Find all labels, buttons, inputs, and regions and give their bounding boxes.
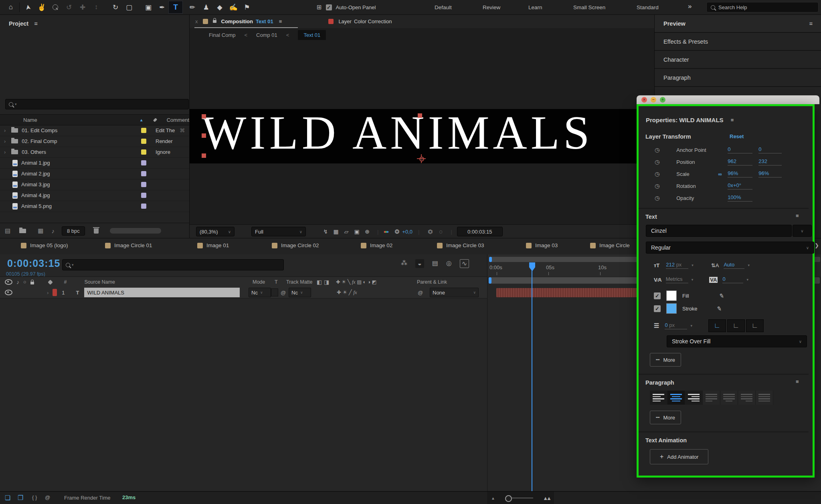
- column-source-name[interactable]: Source Name: [85, 279, 115, 285]
- zoom-in-mountains-icon[interactable]: ▲▲: [543, 495, 550, 501]
- stopwatch-icon[interactable]: ◷: [655, 147, 659, 153]
- layer-name[interactable]: WILD ANIMALS: [84, 288, 240, 297]
- layer-duration-bar[interactable]: [496, 288, 639, 297]
- lock-column-icon[interactable]: [30, 282, 34, 284]
- brainstorm-icon[interactable]: ◎: [446, 259, 452, 268]
- project-row-footage[interactable]: Animal 2.jpg: [0, 168, 189, 179]
- reset-button[interactable]: Reset: [730, 133, 744, 139]
- mask-visibility-icon[interactable]: ▱: [341, 228, 352, 235]
- justify-last-center-button[interactable]: [720, 391, 738, 405]
- line-join-round-button[interactable]: ∟: [727, 319, 745, 332]
- orbit-camera-icon[interactable]: ↺: [62, 1, 76, 13]
- parent-dropdown[interactable]: None∨: [430, 288, 479, 297]
- label-chip[interactable]: [141, 149, 146, 155]
- dolly-camera-icon[interactable]: ↕: [89, 1, 103, 13]
- pan-camera-icon[interactable]: ✚: [76, 1, 89, 13]
- project-settings-icon[interactable]: ♪: [51, 228, 55, 234]
- tab-composition-name[interactable]: Text 01: [256, 18, 273, 24]
- matte-luma-icon[interactable]: ◨: [324, 279, 329, 285]
- workspace-small-screen[interactable]: Small Screen: [564, 4, 614, 10]
- new-folder-icon[interactable]: [19, 229, 26, 233]
- workspace-default[interactable]: Default: [426, 4, 461, 10]
- type-tool-icon[interactable]: T: [169, 1, 182, 13]
- anchor-x-value[interactable]: 0: [728, 146, 752, 153]
- scale-x-value[interactable]: 96%: [728, 170, 752, 177]
- show-snapshot-icon[interactable]: ◌: [435, 228, 446, 235]
- tab-image-circle-02[interactable]: Image Circle 02: [272, 242, 319, 248]
- project-row-footage[interactable]: Animal 4.jpg: [0, 190, 189, 201]
- graph-editor-icon[interactable]: ∿: [460, 259, 469, 268]
- label-chip[interactable]: [141, 193, 146, 198]
- workspace-standard[interactable]: Standard: [628, 4, 667, 10]
- column-t[interactable]: T: [275, 279, 278, 285]
- search-help-box[interactable]: Search Help: [706, 2, 819, 12]
- kerning-value[interactable]: Metrics: [666, 276, 688, 283]
- frame-blend-icon[interactable]: ▤: [432, 259, 438, 268]
- stroke-width-value[interactable]: 0 px: [665, 322, 687, 329]
- layer-color-chip[interactable]: [53, 289, 57, 296]
- hand-tool-icon[interactable]: ✌: [35, 1, 49, 13]
- stopwatch-icon[interactable]: ◷: [655, 183, 659, 189]
- font-size-arrow-icon[interactable]: ▾: [692, 263, 694, 267]
- project-row-footage[interactable]: Animal 3.jpg: [0, 179, 189, 190]
- layer-row[interactable]: › 1 T WILD ANIMALS Nc∨ @ Nc∨ ✚ ☀ ╱ fx @ …: [0, 287, 487, 298]
- new-composition-icon[interactable]: ▦: [38, 227, 43, 234]
- bit-depth-button[interactable]: 8 bpc: [62, 226, 85, 236]
- crumb-text-01[interactable]: Text 01: [298, 30, 326, 40]
- video-column-icon[interactable]: [5, 279, 12, 285]
- scale-link-icon[interactable]: ∞: [718, 171, 728, 177]
- auto-open-checkbox[interactable]: ✓: [326, 4, 332, 10]
- panel-icon[interactable]: ⊞: [317, 4, 322, 11]
- exposure-value[interactable]: +0,0: [402, 229, 413, 235]
- line-join-miter-button[interactable]: ∟: [708, 319, 726, 332]
- eraser-tool-icon[interactable]: ◆: [213, 1, 226, 13]
- justify-last-left-button[interactable]: [703, 391, 720, 405]
- stopwatch-icon[interactable]: ◷: [655, 195, 659, 201]
- column-mode[interactable]: Mode: [253, 279, 265, 285]
- project-row-folder[interactable]: › 02. Final Comp Render: [0, 136, 189, 147]
- workspace-learn[interactable]: Learn: [520, 4, 551, 10]
- label-column-icon[interactable]: [48, 280, 53, 285]
- column-name[interactable]: Name: [23, 117, 37, 123]
- tracking-value[interactable]: 0: [722, 276, 743, 283]
- timeline-search-input[interactable]: ▾: [62, 259, 284, 270]
- crumb-comp-01[interactable]: Comp 01: [256, 32, 277, 38]
- minimize-window-icon[interactable]: −: [651, 97, 656, 103]
- scale-y-value[interactable]: 96%: [758, 170, 782, 177]
- zoom-window-icon[interactable]: +: [660, 97, 665, 103]
- align-right-button[interactable]: [685, 391, 703, 405]
- shy-layers-icon[interactable]: ❐: [18, 494, 23, 502]
- label-chip[interactable]: [141, 182, 146, 187]
- column-track-matte[interactable]: Track Matte: [286, 279, 313, 285]
- label-chip[interactable]: [141, 171, 146, 176]
- anchor-y-value[interactable]: 0: [758, 146, 782, 153]
- pen-tool-icon[interactable]: ✒: [155, 1, 169, 13]
- pan-behind-tool-icon[interactable]: ▢: [122, 1, 136, 13]
- snapshot-camera-icon[interactable]: ⏣: [425, 228, 435, 235]
- timeline-timecode[interactable]: 0:00:03:15: [7, 258, 60, 269]
- region-of-interest-icon[interactable]: ▣: [352, 228, 362, 235]
- exposure-icon[interactable]: ❂: [392, 228, 402, 235]
- transparency-grid-icon[interactable]: ▦: [331, 228, 341, 235]
- align-center-button[interactable]: [667, 391, 685, 405]
- work-area-start-handle[interactable]: [489, 257, 492, 262]
- selection-handle[interactable]: [418, 113, 422, 118]
- tab-image-05[interactable]: Image 05 (logo): [21, 242, 68, 248]
- expressions-icon[interactable]: { }: [32, 494, 37, 500]
- panel-character[interactable]: Character: [655, 51, 821, 69]
- audio-column-icon[interactable]: ♪: [16, 279, 19, 285]
- opacity-value[interactable]: 100%: [728, 194, 752, 202]
- project-row-folder[interactable]: › 03. Others Ignore: [0, 147, 189, 158]
- channels-icon[interactable]: ●●●: [383, 229, 388, 234]
- layer-expander-icon[interactable]: ›: [47, 290, 49, 296]
- tab-image-01[interactable]: Image 01: [197, 242, 229, 248]
- label-column-icon[interactable]: [153, 118, 157, 122]
- roto-brush-tool-icon[interactable]: ✍: [226, 1, 240, 13]
- project-menu-icon[interactable]: ≡: [34, 20, 37, 27]
- fill-swatch[interactable]: [666, 290, 677, 301]
- puppet-pin-tool-icon[interactable]: ⚑: [240, 1, 254, 13]
- selection-handle[interactable]: [202, 153, 206, 158]
- blend-mode-dropdown[interactable]: Nc∨: [249, 288, 271, 297]
- crumb-final-comp[interactable]: Final Comp: [209, 32, 235, 38]
- rotation-tool-icon[interactable]: ↻: [109, 1, 122, 13]
